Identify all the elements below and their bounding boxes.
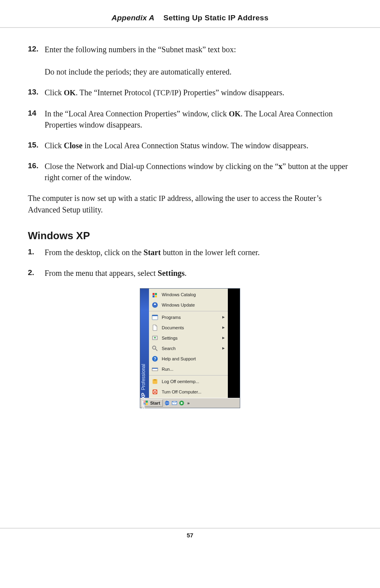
svg-rect-1 [155, 293, 157, 295]
ie-icon[interactable] [165, 400, 170, 406]
header-title: Setting Up Static IP Address [163, 14, 268, 22]
page-number: 57 [187, 532, 194, 539]
menu-label: Documents [162, 325, 219, 330]
update-icon [151, 301, 159, 309]
menu-label: Help and Support [162, 356, 225, 361]
taskbar: Start » [140, 398, 240, 408]
svg-text:?: ? [154, 357, 156, 361]
step-15: 15. Click Close in the Local Area Connec… [28, 140, 352, 151]
svg-rect-14 [152, 368, 158, 369]
step-number: 12. [28, 44, 45, 77]
chevron-right-icon: ▶ [222, 326, 225, 329]
menu-item-windows-update[interactable]: Windows Update [149, 300, 228, 310]
step-text: From the desktop, click on the Start but… [45, 247, 352, 258]
menu-item-programs[interactable]: Programs ▶ [149, 312, 228, 323]
step-number: 2. [28, 267, 45, 279]
menu-item-settings[interactable]: Settings ▶ [149, 333, 228, 343]
step-number: 15. [28, 140, 45, 151]
page-header: Appendix A Setting Up Static IP Address [0, 0, 380, 28]
svg-rect-0 [153, 293, 155, 295]
step-text: Enter the following numbers in the “Subn… [45, 44, 352, 55]
menu-item-run[interactable]: Run... [149, 364, 228, 374]
close-label: Close [64, 141, 82, 150]
programs-icon [151, 314, 159, 321]
menu-item-documents[interactable]: Documents ▶ [149, 323, 228, 333]
run-icon [151, 366, 159, 373]
step-text: Do not include the periods; they are aut… [45, 66, 352, 77]
menu-label: Log Off oemtemp... [162, 379, 225, 384]
settings-label: Settings [158, 269, 185, 277]
media-icon[interactable] [179, 400, 184, 406]
menu-item-turnoff[interactable]: Turn Off Computer... [149, 387, 228, 397]
svg-rect-2 [153, 295, 155, 297]
start-label: Start [143, 248, 161, 257]
catalog-icon [151, 291, 159, 298]
menu-label: Search [162, 346, 219, 351]
menu-label: Programs [162, 315, 219, 320]
windows-xp-heading: Windows XP [28, 230, 352, 242]
step-text: Click OK. The “Internet Protocol (TCP/IP… [45, 87, 352, 98]
taskbar-more[interactable]: » [186, 401, 191, 405]
step-text: Close the Network and Dial-up Connection… [45, 161, 352, 183]
menu-label: Run... [162, 367, 225, 372]
menu-item-logoff[interactable]: Log Off oemtemp... [149, 376, 228, 387]
step-number: 1. [28, 247, 45, 258]
ok-label: OK [229, 110, 241, 118]
ok-label: OK [64, 88, 76, 97]
step-number: 16. [28, 161, 45, 183]
step-text: From the menu that appears, select Setti… [45, 267, 352, 279]
power-icon [151, 388, 159, 395]
tcpip-label: TCP/IP [156, 88, 178, 97]
menu-label: Settings [162, 336, 219, 340]
step-text: Click Close in the Local Area Connection… [45, 140, 352, 151]
logoff-icon [151, 378, 159, 385]
ip-label: IP [159, 194, 165, 203]
svg-point-9 [153, 346, 156, 349]
step-number: 14 [28, 108, 45, 131]
menu-item-search[interactable]: Search ▶ [149, 343, 228, 354]
chevron-right-icon: ▶ [222, 315, 225, 319]
settings-icon [151, 334, 159, 342]
step-number: 13. [28, 87, 45, 98]
appendix-label: Appendix A [112, 14, 155, 22]
submenu-strip [228, 289, 240, 398]
xp-step-2: 2. From the menu that appears, select Se… [28, 267, 352, 279]
menu-item-help[interactable]: ? Help and Support [149, 354, 228, 364]
menu-label: Turn Off Computer... [162, 389, 225, 394]
menu-label: Windows Catalog [162, 292, 225, 297]
chevron-right-icon: ▶ [222, 346, 225, 350]
xp-step-1: 1. From the desktop, click on the Start … [28, 247, 352, 258]
start-button-label: Start [150, 401, 160, 405]
step-14: 14 In the “Local Area Connection Propert… [28, 108, 352, 131]
documents-icon [151, 324, 159, 331]
menu-item-windows-catalog[interactable]: Windows Catalog [149, 289, 228, 300]
brand-label: Windows XP [141, 393, 146, 421]
page-footer: 57 [0, 528, 380, 539]
svg-point-8 [154, 337, 156, 338]
svg-line-10 [155, 349, 157, 351]
start-menu-screenshot: Windows XP Professional Windows Catalog [28, 288, 352, 408]
summary-text: The computer is now set up with a static… [28, 193, 352, 215]
step-13: 13. Click OK. The “Internet Protocol (TC… [28, 87, 352, 98]
step-12: 12. Enter the following numbers in the “… [28, 44, 352, 77]
search-icon [151, 345, 159, 352]
start-menu-sideband: Windows XP Professional [140, 289, 149, 398]
svg-rect-6 [152, 315, 158, 316]
menu-label: Windows Update [162, 303, 225, 307]
step-16: 16. Close the Network and Dial-up Connec… [28, 161, 352, 183]
help-icon: ? [151, 355, 159, 362]
step-text: In the “Local Area Connection Properties… [45, 108, 352, 131]
chevron-right-icon: ▶ [222, 336, 225, 340]
outlook-icon[interactable] [172, 400, 177, 406]
svg-rect-3 [155, 295, 157, 297]
x-label: x [278, 162, 282, 171]
